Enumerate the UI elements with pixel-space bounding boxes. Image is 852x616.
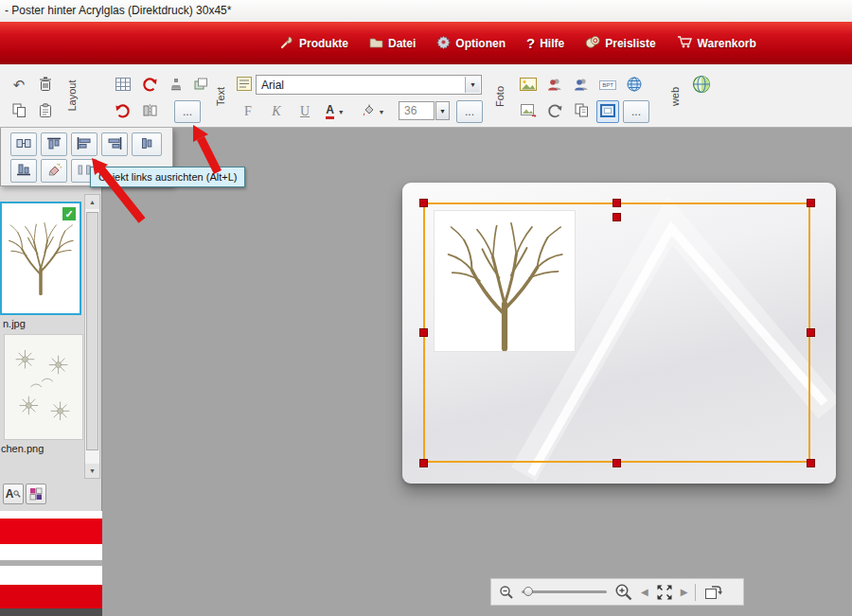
- layers-button[interactable]: [189, 74, 212, 97]
- fit-to-window-button[interactable]: [656, 584, 673, 601]
- rotate-handle[interactable]: [612, 213, 621, 221]
- font-list-button[interactable]: [235, 76, 254, 95]
- font-list-icon: [237, 77, 252, 94]
- align-bottom-button[interactable]: [10, 159, 37, 183]
- menu-item-label: Optionen: [455, 37, 506, 50]
- format-painter-button[interactable]: [41, 159, 67, 183]
- arrow-down-icon: ▼: [89, 467, 96, 474]
- resize-handle-mid-left[interactable]: [419, 328, 428, 337]
- grid-icon: [115, 78, 131, 94]
- resize-handle-mid-right[interactable]: [807, 328, 815, 337]
- zoom-slider[interactable]: [522, 590, 607, 593]
- photo-button[interactable]: [517, 74, 540, 97]
- flip-button[interactable]: [138, 100, 161, 123]
- menu-item-produkte[interactable]: Produkte: [280, 35, 348, 52]
- product-list-footer: [0, 608, 102, 616]
- rotate-cw-icon: [115, 103, 131, 121]
- next-page-button[interactable]: ▶: [681, 587, 688, 597]
- align-left-icon: [77, 137, 92, 152]
- paste-button[interactable]: [34, 100, 57, 123]
- globe-icon: [627, 77, 642, 95]
- window-titlebar: - Poster hinter Acrylglas (Direktdruck) …: [0, 0, 852, 22]
- grid-button[interactable]: [112, 74, 134, 97]
- copy-icon: [12, 103, 27, 121]
- group-objects-icon: [16, 137, 31, 152]
- menu-item-optionen[interactable]: Optionen: [436, 35, 506, 52]
- toolbar: ↶ Layout ... Text Arial ▼ F K: [0, 64, 852, 128]
- scrollbar-thumb[interactable]: [86, 212, 98, 450]
- chevron-down-icon[interactable]: ▼: [465, 77, 480, 93]
- foto-more-button[interactable]: ...: [623, 100, 649, 123]
- file-name-label: chen.png: [1, 443, 44, 454]
- rotate-ccw-button[interactable]: [138, 74, 161, 97]
- product-list-item[interactable]: [0, 519, 102, 544]
- undo-button[interactable]: ↶: [8, 74, 30, 97]
- magnifier-icon: [13, 490, 21, 498]
- menu-item-warenkorb[interactable]: Warenkorb: [677, 35, 756, 51]
- web-globe-button[interactable]: [687, 73, 716, 98]
- text-more-button[interactable]: ...: [456, 100, 483, 123]
- layout-more-button[interactable]: ...: [174, 100, 201, 123]
- photo-copy-button[interactable]: [570, 100, 593, 123]
- align-right-icon: [107, 137, 122, 152]
- person-group-button[interactable]: [570, 74, 593, 97]
- resize-handle-top-right[interactable]: [807, 199, 815, 207]
- photo-web-button[interactable]: [623, 74, 646, 97]
- resize-handle-top-left[interactable]: [419, 199, 428, 207]
- photo-rotate-button[interactable]: [543, 100, 566, 123]
- font-color-button[interactable]: A ▼: [320, 100, 350, 123]
- font-size-dropdown-button[interactable]: ▼: [435, 101, 450, 120]
- align-top-button[interactable]: [41, 132, 67, 156]
- photo-adjust-button[interactable]: [517, 100, 540, 123]
- design-canvas[interactable]: [102, 128, 852, 616]
- flowers-thumbnail-image: [5, 335, 82, 437]
- rotate-cw-button[interactable]: [112, 100, 134, 123]
- align-left-button[interactable]: [71, 132, 98, 156]
- align-center-button[interactable]: [132, 132, 162, 156]
- bold-button[interactable]: F: [237, 100, 259, 123]
- person-add-button[interactable]: [543, 74, 566, 97]
- rotate-view-button[interactable]: [703, 584, 722, 600]
- stamp-button[interactable]: [165, 74, 187, 97]
- underline-button[interactable]: U: [293, 100, 316, 123]
- menu-item-datei[interactable]: Datei: [369, 35, 416, 51]
- rotate-page-icon: [703, 584, 722, 600]
- fill-color-button[interactable]: ▼: [358, 100, 388, 123]
- ellipsis-label: ...: [465, 105, 474, 118]
- text-search-button[interactable]: A: [3, 484, 24, 504]
- zoom-in-button[interactable]: [614, 583, 633, 602]
- menu-item-hilfe[interactable]: ? Hilfe: [526, 35, 564, 51]
- italic-button[interactable]: K: [265, 100, 288, 123]
- align-bottom-icon: [16, 164, 31, 179]
- font-family-combobox[interactable]: Arial ▼: [256, 75, 482, 95]
- resize-handle-bottom-right[interactable]: [807, 459, 815, 467]
- zoom-out-button[interactable]: [499, 585, 514, 600]
- product-list-gap: [0, 566, 102, 585]
- fit-screen-icon: [656, 584, 673, 601]
- menu-item-preisliste[interactable]: Preisliste: [585, 35, 655, 51]
- group-objects-button[interactable]: [10, 132, 37, 156]
- frame-tool-button[interactable]: [596, 100, 619, 123]
- selection-rectangle[interactable]: [423, 202, 810, 463]
- resize-handle-bottom-left[interactable]: [419, 459, 428, 467]
- resize-handle-bottom-center[interactable]: [612, 459, 621, 467]
- palette-button[interactable]: [26, 484, 46, 504]
- sidebar-scrollbar[interactable]: ▲ ▼: [84, 194, 100, 479]
- zoom-slider-knob[interactable]: [524, 587, 533, 596]
- thumbnail-tree-selected[interactable]: ✓: [0, 202, 81, 315]
- zoom-toolbar: ◀ ▶: [490, 578, 744, 606]
- prev-page-button[interactable]: ◀: [641, 587, 648, 597]
- thumbnail-flowers[interactable]: [4, 334, 83, 440]
- help-icon: ?: [526, 35, 535, 51]
- scroll-down-button[interactable]: ▼: [85, 464, 99, 478]
- scroll-up-button[interactable]: ▲: [85, 195, 99, 209]
- passphoto-button[interactable]: BPT: [596, 74, 619, 97]
- font-size-field[interactable]: 36: [399, 101, 435, 120]
- align-right-button[interactable]: [101, 132, 128, 156]
- delete-button[interactable]: [34, 74, 57, 97]
- stamp-icon: [169, 78, 183, 94]
- resize-handle-top-center[interactable]: [612, 199, 621, 207]
- copy-button[interactable]: [8, 100, 30, 123]
- product-list-item[interactable]: [0, 585, 102, 608]
- flip-icon: [143, 104, 157, 120]
